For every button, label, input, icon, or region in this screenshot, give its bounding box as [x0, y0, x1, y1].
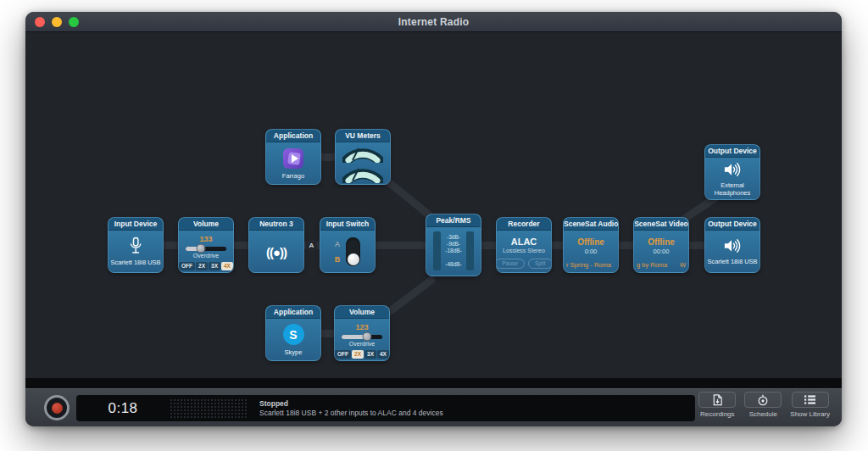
session-timer: 0:18	[76, 400, 170, 417]
output-device-label: External Headphones	[708, 181, 757, 198]
ab-toggle[interactable]	[346, 237, 360, 266]
block-title: Output Device	[705, 218, 760, 231]
session-display: 0:18 Stopped Scarlett 18i8 USB + 2 other…	[76, 395, 695, 421]
audio-unit-icon: ((●))	[266, 245, 287, 259]
block-title: Output Device	[705, 145, 760, 158]
show-library-button[interactable]: Show Library	[790, 392, 830, 418]
skype-app-icon: S	[283, 324, 304, 345]
block-neutron[interactable]: Neutron 3 ((●))	[248, 217, 304, 273]
peak-meter-right	[466, 231, 474, 270]
recordings-file-icon	[712, 394, 723, 406]
canvas-footer-strip	[25, 378, 842, 388]
stream-time: 00:00	[654, 248, 670, 255]
option-4x[interactable]: 4X	[377, 350, 389, 359]
minimize-button[interactable]	[52, 17, 62, 27]
vu-meter-icon	[342, 144, 383, 163]
volume-options: OFF 2X 3X 4X	[335, 350, 389, 359]
block-input-switch[interactable]: Input Switch A B	[320, 217, 376, 273]
traffic-lights	[35, 17, 79, 27]
block-peak-rms[interactable]: Peak/RMS -3dB- -9dB- -18dB- -48dB-	[426, 214, 481, 276]
block-title: Input Device	[108, 218, 163, 231]
overdrive-label: Overdrive	[349, 341, 375, 348]
now-playing-marquee: g by Roma W	[634, 261, 688, 269]
output-device-label: Scarlett 18i8 USB	[707, 258, 757, 265]
recorder-mode: Lossless Stereo	[503, 248, 545, 253]
block-app-farrago[interactable]: Application Farrago	[265, 129, 321, 185]
recordings-button[interactable]: Recordings	[698, 392, 736, 418]
switch-option-a[interactable]: A	[335, 240, 341, 248]
speaker-icon	[722, 161, 743, 178]
block-title: Input Switch	[320, 218, 375, 231]
status-bar: 0:18 Stopped Scarlett 18i8 USB + 2 other…	[25, 388, 842, 426]
pause-button[interactable]: Pause	[496, 259, 525, 269]
block-title: Neutron 3	[249, 218, 303, 231]
overdrive-label: Overdrive	[193, 253, 219, 259]
block-title: SceneSat Video	[634, 218, 688, 231]
schedule-button[interactable]: Schedule	[744, 392, 782, 418]
option-2x[interactable]: 2X	[196, 262, 208, 270]
session-summary: Scarlett 18i8 USB + 2 other inputs to AL…	[259, 409, 443, 417]
block-title: Volume	[179, 218, 233, 231]
block-title: SceneSat Audio	[564, 218, 618, 231]
volume-value: 133	[199, 235, 212, 243]
level-dots	[170, 398, 248, 419]
switch-option-b[interactable]: B	[335, 255, 341, 264]
block-app-skype[interactable]: Application S Skype	[265, 305, 321, 361]
block-input-device[interactable]: Input Device Scarlett 18i8 USB	[108, 217, 164, 273]
speaker-icon	[722, 237, 743, 254]
app-window: Internet Radio A Input Device Scarlett 1…	[25, 12, 842, 426]
block-title: VU Meters	[336, 130, 390, 142]
schedule-clock-icon	[757, 394, 769, 406]
farrago-label: Farrago	[282, 172, 304, 180]
session-state: Stopped	[259, 400, 443, 408]
block-scenesat-audio[interactable]: SceneSat Audio Offline 0:00 r Spring - R…	[563, 217, 619, 273]
volume-slider[interactable]	[342, 335, 382, 339]
window-title: Internet Radio	[398, 16, 469, 28]
record-icon	[52, 403, 63, 414]
zoom-button[interactable]	[69, 17, 79, 27]
peak-meter-left	[433, 231, 441, 270]
block-recorder[interactable]: Recorder ALAC Lossless Stereo Pause Spli…	[496, 217, 552, 273]
block-title: Recorder	[497, 218, 551, 231]
volume-slider[interactable]	[186, 247, 226, 251]
option-3x[interactable]: 3X	[364, 350, 376, 359]
microphone-icon	[127, 237, 144, 255]
split-button[interactable]: Split	[528, 259, 552, 269]
block-volume-top[interactable]: Volume 133 Overdrive OFF 2X 3X 4X	[178, 217, 234, 273]
record-button[interactable]	[44, 395, 70, 420]
now-playing-marquee: r Spring - Roma	[564, 261, 618, 269]
block-volume-bottom[interactable]: Volume 123 Overdrive OFF 2X 3X 4X	[334, 305, 390, 361]
db-scale: -3dB- -9dB- -18dB- -48dB-	[445, 234, 462, 268]
slider-knob[interactable]	[362, 332, 371, 342]
close-button[interactable]	[35, 17, 45, 27]
toggle-knob[interactable]	[348, 253, 359, 265]
library-list-icon	[804, 394, 816, 405]
pipeline-canvas: A Input Device Scarlett 18i8 USB Volume …	[25, 32, 842, 378]
option-2x[interactable]: 2X	[352, 350, 364, 359]
block-vu-meters[interactable]: VU Meters	[335, 129, 391, 185]
block-scenesat-video[interactable]: SceneSat Video Offline 00:00 g by Roma W	[633, 217, 689, 273]
stream-time: 0:00	[585, 248, 598, 255]
block-title: Peak/RMS	[426, 214, 481, 227]
option-off[interactable]: OFF	[179, 262, 195, 270]
titlebar: Internet Radio	[25, 12, 842, 32]
block-title: Application	[266, 130, 320, 142]
volume-options: OFF 2X 3X 4X	[179, 262, 233, 270]
vu-meter-icon	[342, 164, 383, 183]
stream-status: Offline	[577, 237, 604, 247]
recorder-format: ALAC	[511, 237, 537, 247]
block-title: Application	[266, 306, 320, 319]
stream-status: Offline	[648, 237, 675, 247]
slider-knob[interactable]	[197, 244, 206, 253]
option-3x[interactable]: 3X	[209, 262, 220, 270]
block-title: Volume	[335, 306, 389, 319]
block-output-scarlett[interactable]: Output Device Scarlett 18i8 USB	[704, 217, 760, 273]
farrago-app-icon	[283, 148, 303, 169]
option-4x[interactable]: 4X	[221, 262, 233, 270]
skype-label: Skype	[285, 348, 303, 356]
wire-channel-tag: A	[306, 240, 317, 251]
input-device-label: Scarlett 18i8 USB	[110, 259, 160, 266]
block-output-headphones[interactable]: Output Device External Headphones	[704, 144, 760, 200]
volume-value: 123	[355, 323, 368, 331]
option-off[interactable]: OFF	[335, 350, 351, 359]
